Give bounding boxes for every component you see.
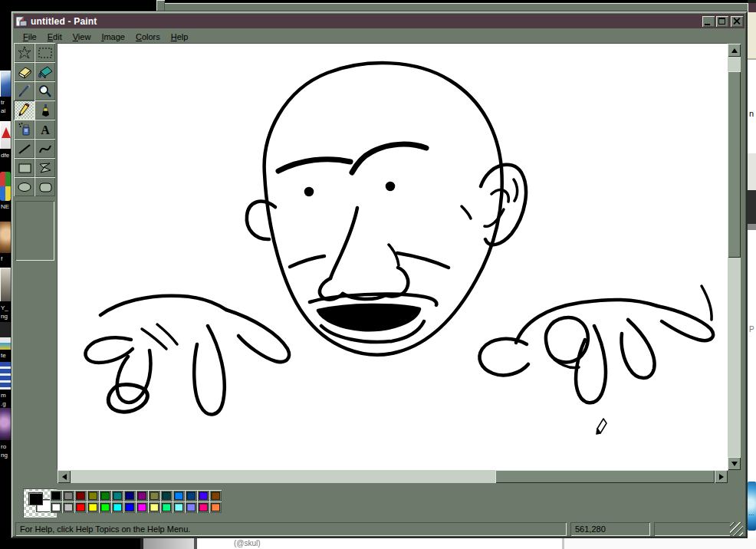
horizontal-scroll-thumb[interactable] xyxy=(495,470,715,483)
desktop-icon[interactable] xyxy=(0,268,11,301)
desktop-icon[interactable] xyxy=(0,172,11,201)
tool-fill-with-color[interactable] xyxy=(35,62,55,81)
swatch-color xyxy=(76,503,85,511)
minimize-button[interactable] xyxy=(702,16,715,27)
menu-colors[interactable]: Colors xyxy=(130,31,166,43)
palette-swatch[interactable] xyxy=(99,501,111,513)
palette-swatch[interactable] xyxy=(173,501,185,513)
palette-swatch[interactable] xyxy=(136,490,148,501)
scroll-up-button[interactable] xyxy=(728,44,741,57)
fill-icon xyxy=(37,64,54,80)
rounded-rectangle-icon xyxy=(37,179,54,195)
desktop-icon[interactable] xyxy=(0,121,11,149)
palette-swatch[interactable] xyxy=(50,501,62,513)
tool-pencil[interactable] xyxy=(14,100,35,120)
palette-swatch[interactable] xyxy=(197,490,209,501)
tool-rectangle[interactable] xyxy=(14,158,35,177)
scroll-right-button[interactable] xyxy=(715,470,728,483)
scrollbar-corner xyxy=(728,470,741,483)
icon-label: ai xyxy=(1,107,12,115)
menu-image[interactable]: Image xyxy=(96,31,130,43)
palette-swatch[interactable] xyxy=(136,501,148,513)
icon-label: ng xyxy=(1,312,12,321)
tool-ellipse[interactable] xyxy=(14,177,35,196)
palette-swatch[interactable] xyxy=(50,490,62,501)
scroll-left-button[interactable] xyxy=(58,470,71,483)
horizontal-scrollbar[interactable] xyxy=(58,470,728,483)
palette-swatch[interactable] xyxy=(148,490,160,501)
palette-swatch[interactable] xyxy=(74,501,87,513)
tool-free-form-select[interactable] xyxy=(14,43,35,62)
desktop-icon[interactable] xyxy=(0,222,11,253)
close-button[interactable] xyxy=(731,16,743,27)
palette-swatch[interactable] xyxy=(160,501,173,513)
polygon-icon xyxy=(37,160,54,176)
menu-edit[interactable]: Edit xyxy=(42,31,67,43)
icon-label: NE xyxy=(1,202,12,211)
tool-eraser[interactable] xyxy=(14,62,35,81)
vertical-scroll-thumb[interactable] xyxy=(728,71,741,258)
magnifier-icon xyxy=(37,84,54,99)
palette-swatch[interactable] xyxy=(74,490,87,501)
tool-select[interactable] xyxy=(35,43,55,62)
background-window-right[interactable]: n P ... xyxy=(748,0,756,549)
swatch-color xyxy=(199,491,208,500)
palette-swatch[interactable] xyxy=(185,490,197,501)
paint-window: untitled - Paint File Edit View Image Co… xyxy=(11,11,748,538)
tool-magnifier[interactable] xyxy=(35,81,55,100)
palette-swatch[interactable] xyxy=(173,490,185,501)
menu-view[interactable]: View xyxy=(67,31,97,43)
line-icon xyxy=(16,141,33,156)
palette-swatch[interactable] xyxy=(209,490,222,501)
tool-brush[interactable] xyxy=(35,100,55,120)
arrow-up-icon xyxy=(731,45,738,53)
desktop-icon[interactable] xyxy=(0,71,11,97)
window-text-fragment: ... xyxy=(748,509,754,517)
palette-swatch[interactable] xyxy=(99,490,111,501)
drawing-canvas[interactable] xyxy=(58,44,728,470)
tool-pick-color[interactable] xyxy=(14,81,35,100)
palette-swatch[interactable] xyxy=(123,501,136,513)
palette-swatch[interactable] xyxy=(111,490,123,501)
palette-swatch[interactable] xyxy=(87,501,99,513)
vertical-scrollbar[interactable] xyxy=(728,44,741,470)
ellipse-icon xyxy=(16,179,33,195)
palette-swatch[interactable] xyxy=(209,501,222,513)
tool-polygon[interactable] xyxy=(35,158,55,177)
desktop-icon[interactable] xyxy=(0,362,11,390)
tool-text[interactable]: A xyxy=(35,120,55,139)
desktop-icon[interactable] xyxy=(0,322,11,350)
swatch-color xyxy=(88,491,97,500)
title-bar[interactable]: untitled - Paint xyxy=(14,14,744,28)
palette-grid xyxy=(50,490,223,514)
palette-swatch[interactable] xyxy=(148,501,160,513)
palette-swatch[interactable] xyxy=(87,490,99,501)
desktop-icon[interactable] xyxy=(0,408,11,440)
menu-file[interactable]: File xyxy=(18,31,42,43)
swatch-color xyxy=(162,491,171,500)
palette-swatch[interactable] xyxy=(123,490,136,501)
window-title: untitled - Paint xyxy=(31,16,97,27)
background-window-bottom[interactable]: (@skul) xyxy=(0,538,756,549)
menu-help[interactable]: Help xyxy=(166,31,194,43)
paint-app-icon xyxy=(15,15,28,28)
maximize-button[interactable] xyxy=(716,16,728,27)
tool-line[interactable] xyxy=(14,139,35,158)
palette-swatch[interactable] xyxy=(62,490,74,501)
swatch-color xyxy=(211,491,220,500)
tool-rounded-rectangle[interactable] xyxy=(35,177,55,196)
palette-swatch[interactable] xyxy=(62,501,74,513)
tool-airbrush[interactable] xyxy=(14,120,35,139)
icon-label: ro xyxy=(1,442,12,451)
swatch-color xyxy=(174,503,183,511)
text-icon: A xyxy=(37,122,54,137)
palette-swatch[interactable] xyxy=(185,501,197,513)
palette-swatch[interactable] xyxy=(197,501,209,513)
tool-curve[interactable] xyxy=(35,139,55,158)
scroll-down-button[interactable] xyxy=(728,457,741,470)
icon-label: m xyxy=(1,391,12,399)
palette-swatch[interactable] xyxy=(160,490,173,501)
palette-swatch[interactable] xyxy=(111,501,123,513)
window-text-fragment: P xyxy=(749,325,754,334)
resize-grip-icon[interactable] xyxy=(730,522,743,536)
